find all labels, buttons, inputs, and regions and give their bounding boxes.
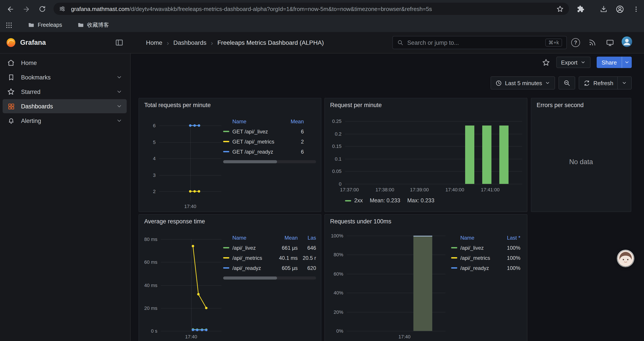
refresh-button[interactable]: Refresh (579, 76, 632, 90)
url-bar[interactable]: grafana.mathmast.com/d/deytv4rwavabkb/fr… (54, 3, 569, 15)
panel-request-per-minute: Request per minute 0.250.20.150.10.05017… (324, 98, 528, 212)
legend-item[interactable]: /api/_livez100% (451, 243, 520, 253)
dock-menu-icon[interactable] (115, 38, 124, 47)
y-axis-label: 0% (325, 329, 343, 333)
legend-item[interactable]: /api/_metrics100% (451, 253, 520, 263)
site-settings-icon[interactable] (59, 5, 66, 12)
favorite-star-icon[interactable] (542, 58, 550, 67)
breadcrumb-item-dashboards[interactable]: Dashboards (174, 39, 206, 46)
help-icon[interactable]: ? (567, 38, 584, 47)
series-color-dash (223, 257, 229, 258)
bookmark-label: Freeleaps (38, 22, 62, 28)
panel-title[interactable]: Errors per second (531, 98, 631, 108)
panel-title[interactable]: Request per minute (325, 98, 527, 108)
chevron-down-icon[interactable] (116, 89, 122, 95)
series-color-dash (451, 247, 457, 248)
legend-item[interactable]: /api/_readyz605 µs620 (223, 263, 316, 273)
bar (465, 125, 474, 184)
profile-avatar-icon[interactable] (614, 3, 626, 15)
legend-item[interactable]: GET /api/_metrics2 (223, 137, 316, 147)
legend-item[interactable]: /api/_livez661 µs646 (223, 243, 316, 253)
y-axis-label: 0.2 (325, 131, 342, 136)
forward-button[interactable] (20, 3, 32, 15)
kebab-menu-icon[interactable] (630, 3, 642, 15)
bar (482, 125, 491, 184)
mega-menu: Home Bookmarks Starred (0, 54, 131, 341)
legend-series-name: /api/_livez (460, 245, 498, 251)
floating-assistant-avatar[interactable] (618, 251, 634, 266)
grafana-app: Grafana Home › Dashboards › Freeleaps Me… (0, 32, 644, 341)
legend-item[interactable]: /api/_readyz100% (451, 263, 520, 273)
legend-col-header[interactable]: Las (298, 235, 316, 241)
chevron-down-icon[interactable] (116, 103, 122, 109)
legend-col-header[interactable]: Mean (270, 235, 298, 241)
legend-value: 605 µs (270, 265, 298, 271)
extensions-puzzle-icon[interactable] (574, 3, 586, 15)
legend-series-name: /api/_readyz (232, 265, 270, 271)
search-shortcut-kbd: ⌘+k (545, 39, 562, 47)
breadcrumb-item-home[interactable]: Home (146, 39, 162, 46)
browser-toolbar: grafana.mathmast.com/d/deytv4rwavabkb/fr… (0, 0, 644, 18)
y-axis-label: 0.25 (325, 119, 342, 124)
legend-col-header[interactable]: Name (223, 119, 278, 125)
scrollbar-thumb[interactable] (223, 276, 277, 279)
search-input[interactable]: Search or jump to... ⌘+k (392, 36, 567, 49)
sidebar-item-dashboards[interactable]: Dashboards (3, 99, 127, 113)
bookmark-label: 收藏博客 (87, 21, 109, 29)
zoom-out-button[interactable] (559, 76, 576, 90)
help-area: ? (567, 32, 584, 53)
url-path: /d/deytv4rwavabkb/freeleaps-metrics-dash… (129, 6, 432, 12)
legend-scrollbar[interactable] (223, 160, 316, 163)
share-dropdown[interactable] (622, 57, 632, 68)
x-axis-label: 17:40 (385, 334, 424, 339)
bookmark-folder-blogs[interactable]: 收藏博客 (77, 21, 109, 29)
breadcrumb: Home › Dashboards › Freeleaps Metrics Da… (146, 32, 324, 53)
sidebar-item-home[interactable]: Home (3, 56, 127, 70)
download-icon[interactable] (598, 3, 610, 15)
refresh-interval-dropdown[interactable] (622, 80, 627, 86)
legend-col-header[interactable]: Name (223, 235, 270, 241)
sidebar-item-starred[interactable]: Starred (3, 85, 127, 99)
user-avatar[interactable] (621, 36, 632, 49)
monitor-icon[interactable] (602, 38, 618, 47)
back-button[interactable] (4, 3, 17, 15)
series-color-dash (223, 141, 229, 142)
chevron-down-icon[interactable] (116, 74, 122, 80)
series-color-dash (223, 151, 229, 152)
grafana-header: Grafana Home › Dashboards › Freeleaps Me… (0, 32, 644, 54)
divider (617, 77, 618, 89)
legend-col-header[interactable]: Name (451, 235, 498, 241)
rss-news-icon[interactable] (584, 39, 600, 47)
legend-item[interactable]: GET /api/_livez6 (223, 126, 316, 137)
export-button[interactable]: Export (556, 57, 590, 68)
legend-header: NameMeanLas (223, 233, 316, 243)
legend-scrollbar[interactable] (223, 276, 316, 279)
scrollbar-thumb[interactable] (223, 160, 277, 163)
grafana-logo-icon (6, 38, 16, 47)
chevron-down-icon[interactable] (116, 118, 122, 124)
share-button[interactable]: Share (597, 57, 632, 68)
bookmark-folder-freeleaps[interactable]: Freeleaps (28, 22, 62, 29)
legend-col-header[interactable]: Mean (278, 119, 304, 125)
panel-title[interactable]: Requests under 100ms (325, 215, 527, 225)
grafana-brand[interactable]: Grafana (6, 32, 46, 53)
user-area (621, 32, 632, 53)
time-range-picker[interactable]: Last 5 minutes (490, 76, 555, 90)
apps-grid-icon[interactable] (5, 21, 13, 29)
sidebar-item-bookmarks[interactable]: Bookmarks (3, 70, 127, 84)
sidebar-item-alerting[interactable]: Alerting (3, 114, 127, 128)
legend-value: 661 µs (270, 245, 298, 251)
legend-inline[interactable]: 2xxMean: 0.233Max: 0.233 (345, 197, 434, 204)
home-icon (7, 59, 15, 67)
h-gridline (345, 171, 522, 172)
bookmark-icon (7, 73, 15, 81)
legend-item[interactable]: /api/_metrics40.1 ms20.5 r (223, 253, 316, 263)
legend-series-name: GET /api/_readyz (232, 149, 278, 155)
legend-series-name: 2xx (354, 197, 363, 204)
h-gridline (345, 146, 522, 147)
reload-button[interactable] (36, 3, 48, 15)
legend-item[interactable]: GET /api/_readyz6 (223, 147, 316, 157)
bookmark-star-icon[interactable] (556, 5, 564, 13)
legend-col-header[interactable]: Last * (498, 235, 520, 241)
legend-value: 40.1 ms (270, 255, 298, 261)
